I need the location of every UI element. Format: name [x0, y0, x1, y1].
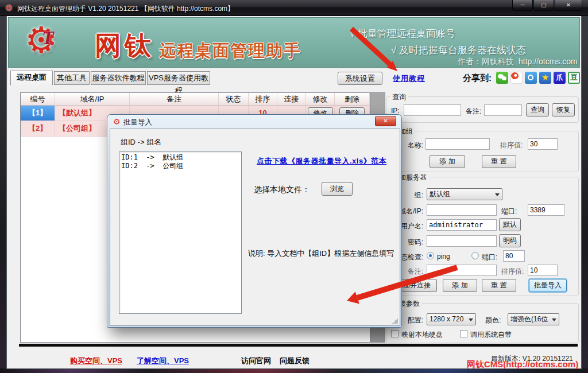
tab-server-software-tutorial[interactable]: 服务器软件教程	[91, 71, 146, 85]
share-wechat-icon[interactable]	[496, 72, 508, 84]
server-reset-button[interactable]: 重 置	[482, 279, 516, 292]
col-id[interactable]: 编号	[21, 93, 55, 106]
use-system-rdp-checkbox[interactable]	[460, 330, 467, 337]
port-check-label: 端口:	[482, 252, 497, 262]
query-ip-input[interactable]	[404, 104, 461, 116]
connection-params-groupbox: 连接参数 配置: 1280 x 720 颜色: 增强色(16位 映射本地硬盘 调…	[386, 303, 579, 343]
tab-vps-tutorial[interactable]: VPS服务器使用教程	[147, 71, 210, 85]
content-bottom-divider	[19, 344, 578, 347]
server-order-input[interactable]	[528, 265, 558, 276]
dialog-gear-icon: ⚙	[113, 117, 121, 126]
group-name-input[interactable]	[425, 138, 490, 150]
server-group-select[interactable]: 默认组	[427, 188, 502, 200]
server-ip-input[interactable]	[427, 204, 497, 216]
query-groupbox: 查询 IP: 备注: 查询 恢复	[386, 96, 579, 123]
port-check-input[interactable]	[503, 250, 525, 262]
title-bar[interactable]: ⚙ 网钛远程桌面管理助手 V1.20 20151221 【网钛软件 http:/…	[0, 0, 588, 16]
app-gear-icon: ⚙	[5, 3, 13, 13]
group-listbox[interactable]: ID:1 -> 默认组 ID:2 -> 公司组	[119, 151, 242, 314]
server-add-button[interactable]: 添 加	[443, 279, 477, 292]
query-ip-label: IP:	[391, 107, 400, 115]
share-weibo-icon[interactable]	[510, 72, 523, 84]
add-group-groupbox: 添加组 名称: 排序值: 添 加 重 置	[386, 131, 579, 172]
group-id-map-label: 组ID -> 组名	[121, 137, 161, 147]
use-system-rdp-label: 调用系统自带	[470, 330, 512, 340]
row2-id[interactable]: 【2】	[21, 121, 55, 137]
col-domain-ip[interactable]: 域名/IP	[55, 93, 130, 106]
learn-space-vps-link[interactable]: 了解空间、VPS	[137, 356, 189, 366]
download-template-link[interactable]: 点击下载《服务器批量导入.xls》范本	[257, 156, 386, 166]
col-status[interactable]: 状态	[219, 93, 249, 106]
maximize-button[interactable]: ▢	[533, 0, 554, 11]
restore-button[interactable]: 恢复	[552, 103, 575, 116]
usage-tutorial-link[interactable]: 使用教程	[393, 73, 425, 84]
brand-letter: T	[42, 27, 54, 49]
server-username-input[interactable]	[427, 219, 497, 231]
col-connect[interactable]: 连接	[277, 93, 306, 106]
client-area: ⚙ T 网钛 远程桌面管理助手 √ 批量管理远程桌面账号 √ 及时把握每台服务器…	[7, 16, 581, 368]
visit-official-site-link[interactable]: 访问官网	[241, 356, 271, 366]
window-border-left	[0, 16, 7, 368]
dialog-close-button[interactable]: ✕	[375, 116, 396, 126]
query-group-title: 查询	[390, 92, 408, 102]
col-modify[interactable]: 修改	[306, 93, 335, 106]
minimize-button[interactable]: ─	[512, 0, 533, 11]
map-local-disk-label: 映射本地硬盘	[401, 330, 443, 340]
add-server-groupbox: 添加服务器 组: 默认组 域名/IP: 端口: 用户名: 默认 密码: 明码 状…	[386, 177, 579, 296]
share-to-label: 分享到:	[463, 73, 492, 84]
group-reset-button[interactable]: 重 置	[482, 155, 516, 168]
map-local-disk-checkbox[interactable]	[391, 330, 399, 337]
default-username-button[interactable]: 默认	[499, 218, 521, 231]
resize-grip[interactable]	[392, 318, 398, 324]
close-button[interactable]: ✕	[555, 0, 582, 11]
share-qzone-icon[interactable]: ★	[539, 72, 551, 84]
otcms-watermark: 网钛CMS(http://otcms.com)	[467, 359, 578, 370]
row1-id[interactable]: 【1】	[21, 106, 55, 121]
dialog-title: 批量导入	[123, 118, 152, 127]
show-password-button[interactable]: 明码	[499, 234, 521, 247]
group-order-input[interactable]	[528, 138, 558, 150]
col-delete[interactable]: 删除	[335, 93, 370, 106]
group-list-item[interactable]: ID:2 -> 公司组	[121, 162, 183, 170]
group-order-label: 排序值:	[500, 141, 523, 150]
col-note[interactable]: 备注	[130, 93, 219, 106]
browse-button[interactable]: 浏览	[322, 182, 353, 196]
buy-space-vps-link[interactable]: 购买空间、VPS	[70, 356, 122, 366]
feedback-link[interactable]: 问题反馈	[280, 356, 310, 366]
ping-radio-label: ping	[437, 252, 450, 261]
server-password-input[interactable]	[427, 235, 497, 247]
share-tencent-weibo-icon[interactable]	[525, 72, 537, 84]
color-label: 颜色:	[485, 316, 501, 325]
system-settings-button[interactable]: 系统设置	[338, 72, 382, 85]
tab-other-tools[interactable]: 其他工具	[54, 71, 90, 85]
tab-remote-desktop[interactable]: 远程桌面	[10, 71, 53, 86]
share-baidu-icon[interactable]: 爪	[554, 72, 566, 84]
batch-import-button[interactable]: 批量导入	[529, 279, 567, 292]
share-douban-icon[interactable]: 豆	[568, 72, 580, 84]
query-note-input[interactable]	[484, 104, 522, 116]
chevron-down-icon	[552, 318, 556, 321]
brand-name: 网钛	[95, 28, 154, 64]
app-window: ⚙ 网钛远程桌面管理助手 V1.20 20151221 【网钛软件 http:/…	[0, 0, 588, 373]
import-note-text: 说明: 导入文档中【组ID】根据左侧信息填写	[248, 248, 394, 259]
resolution-select[interactable]: 1280 x 720	[427, 313, 476, 325]
dialog-content: 组ID -> 组名 ID:1 -> 默认组 ID:2 -> 公司组 点击下载《服…	[110, 129, 400, 326]
group-add-button[interactable]: 添 加	[430, 155, 465, 168]
table-header-row: 编号 域名/IP 备注 状态 排序 连接 修改 删除	[21, 93, 370, 106]
color-depth-select[interactable]: 增强色(16位	[508, 313, 559, 325]
select-local-file-label: 选择本地文件：	[254, 185, 310, 195]
chevron-down-icon	[495, 193, 500, 196]
group-list-item[interactable]: ID:1 -> 默认组	[121, 153, 183, 161]
server-note-input[interactable]	[427, 265, 497, 276]
server-port-input[interactable]	[528, 204, 564, 216]
port-check-radio[interactable]	[471, 252, 479, 259]
ping-radio[interactable]	[427, 252, 434, 259]
author-credit: 作者：网钛科技	[458, 57, 514, 67]
query-button[interactable]: 查询	[526, 103, 549, 116]
header-banner: ⚙ T 网钛 远程桌面管理助手 √ 批量管理远程桌面账号 √ 及时把握每台服务器…	[8, 17, 580, 68]
chevron-down-icon	[469, 318, 473, 321]
col-order[interactable]: 排序	[249, 93, 277, 106]
server-port-label: 端口:	[501, 207, 517, 216]
feature-line-1: √ 批量管理远程桌面账号	[350, 27, 455, 40]
server-order-label: 排序值:	[501, 267, 524, 277]
